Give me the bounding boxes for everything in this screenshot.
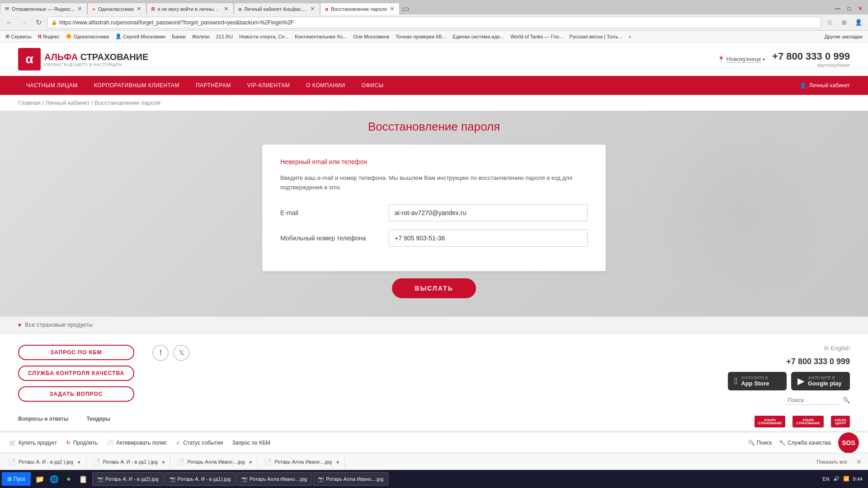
- bottom-search[interactable]: 🔍 Поиск: [748, 440, 772, 446]
- bookmark-zhelezo[interactable]: Железо: [189, 33, 212, 40]
- googleplay-button[interactable]: ▶ Загрузите в Google play: [791, 372, 850, 390]
- tab-alfa-cabinet[interactable]: α Личный кабинет Альфастр... ✕: [234, 3, 321, 14]
- tab-yandex-login[interactable]: Я я не могу войти в личный к... ✕: [146, 3, 234, 14]
- nav-vip[interactable]: VIP-КЛИЕНТАМ: [239, 76, 298, 95]
- kbm-request-button[interactable]: ЗАПРОС ПО КБМ: [18, 345, 134, 360]
- back-button[interactable]: ←: [4, 17, 15, 28]
- download-item-1[interactable]: 📄 Ротарь А. И - в.уд2 ).jpg ▲: [4, 455, 86, 469]
- nav-individuals[interactable]: ЧАСТНЫМ ЛИЦАМ: [18, 76, 86, 95]
- other-bookmarks-button[interactable]: Другие закладки: [822, 33, 865, 40]
- another-icon[interactable]: 📋: [77, 473, 90, 485]
- tab-password-restore[interactable]: α Восстановление пароля ✕: [320, 3, 399, 14]
- refresh-button[interactable]: ↻: [33, 17, 44, 28]
- bottom-nav-buy[interactable]: 🛒 Купить продукт: [9, 440, 57, 446]
- nav-corporate[interactable]: КОРПОРАТИВНЫМ КЛИЕНТАМ: [86, 76, 188, 95]
- profile-icon[interactable]: 👤: [853, 17, 864, 28]
- taskbar-app-1[interactable]: 📷 Ротарь А. И - в.уд2).jpg: [92, 472, 164, 486]
- language-indicator[interactable]: EN: [822, 476, 829, 482]
- bookmark-olya[interactable]: Оля Московина: [350, 33, 392, 40]
- tab-close-icon[interactable]: ✕: [390, 5, 395, 12]
- bottom-quality[interactable]: 🔧 Служба качества: [779, 440, 831, 446]
- tab-yandex-mail[interactable]: ✉ Отправленные — Яндекс... ✕: [0, 3, 87, 14]
- expand-icon[interactable]: ▲: [335, 459, 340, 464]
- new-tab-button[interactable]: ▭: [400, 3, 412, 14]
- bookmark-wot[interactable]: World of Tanks — Гло...: [508, 33, 566, 40]
- bookmark-ok[interactable]: 🔶 Одноклассники: [63, 33, 112, 40]
- phone-input[interactable]: [389, 230, 588, 247]
- ask-question-button[interactable]: ЗАДАТЬ ВОПРОС: [18, 386, 134, 402]
- alfa-logo-1[interactable]: АЛЬФА СТРАХОВАНИЕ: [755, 416, 786, 427]
- window-controls: — □ ✕: [830, 3, 868, 14]
- download-item-2[interactable]: 📄 Ротарь А. И - в.уд1 ).jpg ▲: [88, 455, 171, 469]
- bookmark-kbm[interactable]: Точная проверка КБ...: [393, 33, 449, 40]
- tab-close-icon[interactable]: ✕: [137, 5, 142, 12]
- bottom-nav-renew[interactable]: ↻ Продлить: [66, 440, 98, 446]
- bookmark-services[interactable]: ⊞ Сервисы: [3, 33, 34, 40]
- minimize-icon[interactable]: —: [831, 5, 844, 12]
- twitter-icon[interactable]: 𝕏: [173, 345, 189, 361]
- city-name[interactable]: Новокузнецк: [726, 56, 761, 63]
- footer-lang[interactable]: In English: [824, 345, 850, 352]
- browser-icon[interactable]: 🌐: [48, 473, 61, 485]
- bottom-nav-activate[interactable]: 📄 Активировать полис: [107, 440, 167, 446]
- start-button[interactable]: ⊞ Пуск: [2, 472, 31, 486]
- bookmark-sport[interactable]: Новости спорта, Сп...: [236, 33, 291, 40]
- email-input[interactable]: [389, 204, 588, 221]
- breadcrumb-home[interactable]: Главная: [18, 99, 40, 106]
- tab-close-icon[interactable]: ✕: [224, 5, 229, 12]
- expand-icon[interactable]: ▲: [161, 459, 166, 464]
- show-all-downloads[interactable]: Показать все: [812, 459, 852, 465]
- address-bar[interactable]: 🔒 https://www.alfastrah.ru/personal/forg…: [47, 17, 821, 28]
- bookmark-banki[interactable]: Банки: [169, 33, 188, 40]
- footer-search-input[interactable]: [786, 396, 840, 405]
- close-downloads-icon[interactable]: ✕: [854, 458, 864, 465]
- taskbar-app-2[interactable]: 📷 Ротарь А. И - в.уд1).jpg: [165, 472, 236, 486]
- breadcrumb-cabinet[interactable]: Личный кабинет: [45, 99, 90, 106]
- chrome-icon[interactable]: ●: [62, 473, 75, 485]
- alfa-logo-2[interactable]: АЛЬФА СТРАХОВАНИЕ: [793, 416, 824, 427]
- bookmark-211ru[interactable]: 211.RU: [213, 33, 236, 40]
- explorer-icon[interactable]: 📁: [33, 473, 46, 485]
- tab-close-icon[interactable]: ✕: [77, 5, 82, 12]
- header-phone-sub: круглосуточно: [772, 62, 850, 68]
- sos-button[interactable]: SOS: [838, 432, 859, 453]
- nav-about[interactable]: О КОМПАНИИ: [298, 76, 353, 95]
- taskbar-app-3[interactable]: 📷 Ротарь Алла Ивано....jpg: [236, 472, 312, 486]
- facebook-icon[interactable]: f: [152, 345, 169, 361]
- download-item-4[interactable]: 📄 Ротарь Алла Ивано....jpg ▲: [259, 455, 345, 469]
- expand-icon[interactable]: ▲: [248, 459, 253, 464]
- bottom-nav-status[interactable]: ✓ Статус события: [176, 440, 223, 446]
- bookmarks-more-button[interactable]: »: [626, 33, 634, 40]
- speaker-icon[interactable]: 🔊: [833, 476, 840, 482]
- maximize-icon[interactable]: □: [844, 5, 854, 12]
- bookmark-khl[interactable]: Континентальная Хо...: [292, 33, 349, 40]
- close-window-icon[interactable]: ✕: [854, 5, 866, 12]
- download-item-3[interactable]: 📄 Ротарь Алла Ивано....jpg ▲: [172, 455, 258, 469]
- bookmark-star-icon[interactable]: ☆: [824, 17, 835, 28]
- tab-ok[interactable]: ● Одноклассники ✕: [87, 3, 146, 14]
- bookmark-sergei[interactable]: 👤 Сергей Московкин: [113, 33, 168, 40]
- nav-partners[interactable]: ПАРТНЁРАМ: [188, 76, 239, 95]
- chevron-down-icon: ▾: [763, 57, 765, 62]
- nav-cabinet[interactable]: 👤 Личный кабинет: [800, 76, 850, 95]
- bookmark-esia[interactable]: Единая система иде...: [450, 33, 507, 40]
- bottom-nav-kbm[interactable]: Запрос по КБМ: [232, 440, 270, 446]
- forward-button[interactable]: →: [18, 17, 30, 28]
- search-icon[interactable]: 🔍: [843, 397, 850, 404]
- extensions-icon[interactable]: ⊞: [838, 17, 850, 28]
- doc-icon: 📄: [107, 440, 113, 446]
- bookmark-yandex[interactable]: Я Яндекс: [35, 33, 62, 40]
- tab-close-icon[interactable]: ✕: [310, 5, 315, 12]
- submit-button[interactable]: ВЫСЛАТЬ: [392, 278, 476, 298]
- expand-icon[interactable]: ▲: [77, 459, 81, 464]
- quality-button[interactable]: СЛУЖБА КОНТРОЛЯ КАЧЕСТВА: [18, 366, 134, 381]
- download-name: Ротарь Алла Ивано....jpg: [274, 459, 332, 465]
- taskbar-app-4[interactable]: 📷 Ротарь Алла Ивано....jpg: [313, 472, 388, 486]
- bookmark-vesna[interactable]: Русская весна | Толъ...: [567, 33, 625, 40]
- check-icon: ✓: [176, 440, 180, 446]
- network-icon[interactable]: 📶: [843, 476, 849, 482]
- alfa-logo-3[interactable]: АЛЬФА ЦЕНТР: [831, 416, 850, 427]
- appstore-button[interactable]:  Загрузите в App Store: [728, 372, 787, 390]
- nav-offices[interactable]: ОФИСЫ: [354, 76, 392, 95]
- products-bar[interactable]: ▾ Все страховые продукты: [0, 316, 868, 333]
